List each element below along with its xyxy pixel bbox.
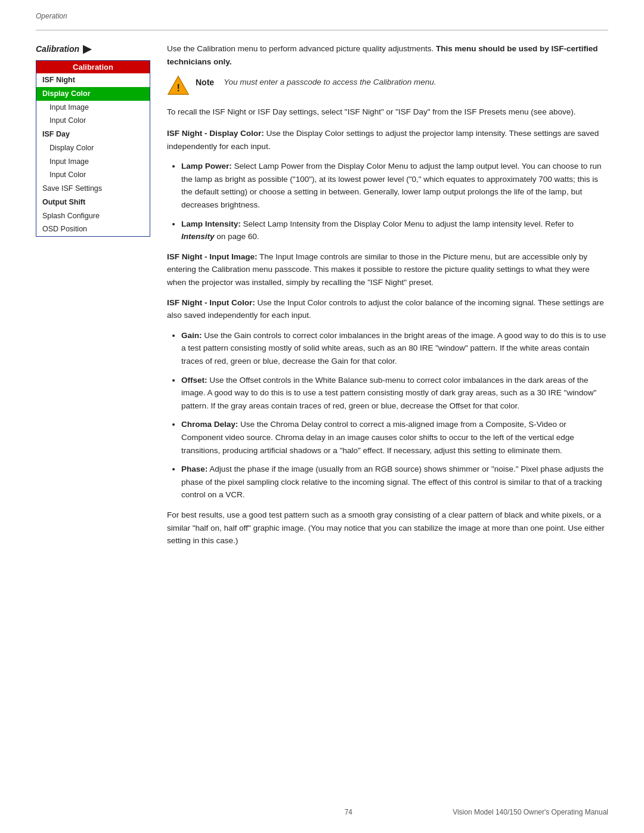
menu-item-display-color-night[interactable]: Display Color: [36, 87, 150, 101]
page-header: Operation: [0, 0, 644, 25]
isf-night-input-color-label: ISF Night - Input Color:: [167, 298, 255, 307]
top-divider: [36, 30, 608, 30]
sidebar: Calibration ▶ Calibration ISF Night Disp…: [36, 42, 150, 555]
calibration-arrow-icon: ▶: [83, 42, 91, 55]
lamp-intensity-label: Lamp Intensity:: [181, 219, 241, 228]
calibration-arrow-label: Calibration: [36, 44, 79, 54]
isf-night-display-color-para: ISF Night - Display Color: Use the Displ…: [167, 127, 608, 153]
page-container: Operation Calibration ▶ Calibration ISF …: [0, 0, 644, 833]
operation-label: Operation: [36, 12, 67, 20]
offset-label: Offset:: [181, 376, 208, 385]
note-text: You must enter a passcode to access the …: [224, 74, 436, 86]
menu-header: Calibration: [36, 61, 150, 73]
menu-item-input-image-night[interactable]: Input Image: [36, 101, 150, 114]
section-body: ISF Night - Display Color: Use the Displ…: [167, 127, 608, 547]
isf-night-display-color-label: ISF Night - Display Color:: [167, 129, 264, 138]
menu-item-osd-position[interactable]: OSD Position: [36, 222, 150, 236]
menu-item-input-color-day[interactable]: Input Color: [36, 168, 150, 182]
calibration-arrow-row: Calibration ▶: [36, 42, 150, 55]
footer-right-text: Vision Model 140/150 Owner's Operating M…: [453, 808, 608, 816]
lamp-power-text: Select Lamp Power from the Display Color…: [181, 162, 602, 209]
lamp-power-label: Lamp Power:: [181, 162, 232, 171]
menu-item-display-color-day[interactable]: Display Color: [36, 141, 150, 155]
bullet-lamp-intensity: Lamp Intensity: Select Lamp Intensity fr…: [181, 218, 608, 243]
note-label: Note: [196, 74, 214, 87]
recall-text: To recall the ISF Night or ISF Day setti…: [167, 106, 608, 119]
offset-text: Use the Offset controls in the White Bal…: [181, 376, 596, 410]
chroma-delay-label: Chroma Delay:: [181, 420, 238, 429]
menu-item-output-shift[interactable]: Output Shift: [36, 196, 150, 209]
note-box: ! Note You must enter a passcode to acce…: [167, 74, 608, 97]
lamp-intensity-text: Select Lamp Intensity from the Display C…: [243, 219, 574, 228]
isf-night-input-image-para: ISF Night - Input Image: The Input Image…: [167, 250, 608, 289]
bullet-chroma-delay: Chroma Delay: Use the Chroma Delay contr…: [181, 418, 608, 457]
bullet-offset: Offset: Use the Offset controls in the W…: [181, 374, 608, 413]
lamp-intensity-italic: Intensity: [181, 232, 215, 241]
svg-text:!: !: [177, 82, 180, 94]
main-content: Calibration ▶ Calibration ISF Night Disp…: [0, 42, 644, 555]
right-content: Use the Calibration menu to perform adva…: [167, 42, 608, 555]
calibration-intro: Use the Calibration menu to perform adva…: [167, 42, 608, 68]
isf-night-input-image-label: ISF Night - Input Image:: [167, 252, 258, 261]
lamp-intensity-suffix: on page 60.: [216, 232, 259, 241]
menu-item-input-image-day[interactable]: Input Image: [36, 155, 150, 169]
footer-page-number: 74: [244, 808, 453, 816]
menu-item-isf-night[interactable]: ISF Night: [36, 73, 150, 87]
warning-triangle-icon: !: [167, 74, 190, 97]
bullet-lamp-power: Lamp Power: Select Lamp Power from the D…: [181, 160, 608, 211]
isf-night-input-color-para: ISF Night - Input Color: Use the Input C…: [167, 296, 608, 322]
menu-item-isf-day[interactable]: ISF Day: [36, 128, 150, 141]
gain-label: Gain:: [181, 331, 202, 340]
gain-text: Use the Gain controls to correct color i…: [181, 331, 606, 366]
phase-text: Adjust the phase if the image (usually f…: [181, 465, 603, 499]
bullet-gain: Gain: Use the Gain controls to correct c…: [181, 329, 608, 368]
menu-item-input-color-night[interactable]: Input Color: [36, 114, 150, 128]
menu-item-splash-configure[interactable]: Splash Configure: [36, 209, 150, 223]
calibration-menu: Calibration ISF Night Display Color Inpu…: [36, 60, 150, 237]
menu-item-save-isf-settings[interactable]: Save ISF Settings: [36, 182, 150, 196]
chroma-delay-text: Use the Chroma Delay control to correct …: [181, 420, 574, 454]
page-footer: 74 Vision Model 140/150 Owner's Operatin…: [36, 808, 608, 816]
display-color-bullets: Lamp Power: Select Lamp Power from the D…: [167, 160, 608, 243]
input-color-bullets: Gain: Use the Gain controls to correct c…: [167, 329, 608, 501]
phase-label: Phase:: [181, 465, 208, 473]
bullet-phase: Phase: Adjust the phase if the image (us…: [181, 463, 608, 501]
best-results-text: For best results, use a good test patter…: [167, 509, 608, 547]
